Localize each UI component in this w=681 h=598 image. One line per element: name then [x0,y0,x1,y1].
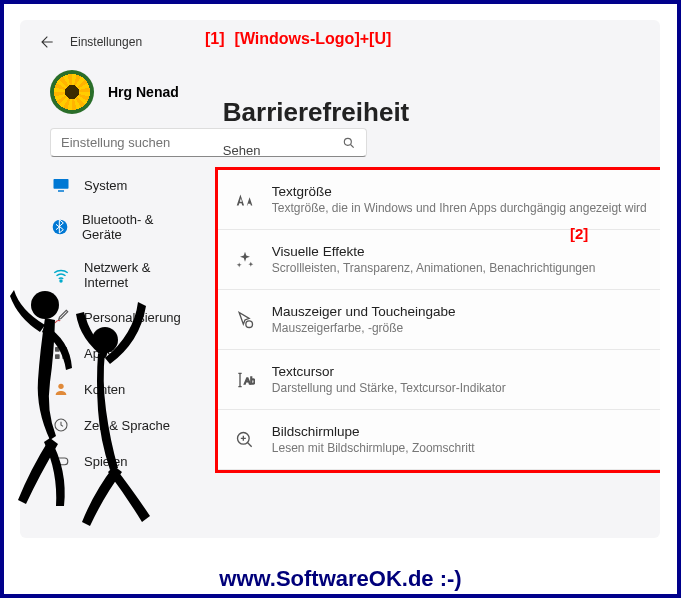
clock-icon [52,416,70,434]
settings-window: Einstellungen Hrg Nenad System Bluetooth… [20,20,660,538]
sidebar-item-label: Spielen [84,454,127,469]
footer-watermark: www.SoftwareOK.de :-) [0,566,681,592]
card-title: Textgröße [272,184,647,199]
card-title: Mauszeiger und Toucheingabe [272,304,456,319]
sidebar-item-label: System [84,178,127,193]
paint-icon [52,308,70,326]
display-icon [52,176,70,194]
cursor-icon [234,309,256,331]
sidebar-item-label: Apps [84,346,114,361]
card-visualeffects[interactable]: Visuelle Effekte Scrollleisten, Transpar… [218,230,660,290]
card-subtitle: Mauszeigerfarbe, -größe [272,321,456,335]
back-icon[interactable] [38,34,54,50]
magnifier-plus-icon [234,429,256,451]
sidebar-item-label: Personalisierung [84,310,181,325]
card-subtitle: Darstellung und Stärke, Textcursor-Indik… [272,381,506,395]
sidebar-item-label: Konten [84,382,125,397]
svg-rect-5 [55,347,60,352]
gamepad-icon [52,452,70,470]
card-subtitle: Lesen mit Bildschirmlupe, Zoomschritt [272,441,475,455]
sidebar-item-network[interactable]: Netzwerk & Internet [40,251,193,299]
sidebar-item-system[interactable]: System [40,167,193,203]
sidebar-item-time[interactable]: Zeit & Sprache [40,407,193,443]
avatar [50,70,94,114]
sidebar-item-apps[interactable]: Apps [40,335,193,371]
svg-rect-2 [58,190,64,192]
svg-rect-7 [55,354,60,359]
svg-point-0 [344,138,351,145]
annotation-shortcut: [1] [Windows-Logo]+[U] [205,30,391,48]
sidebar: System Bluetooth- & Geräte Netzwerk & In… [20,167,205,479]
sidebar-item-accounts[interactable]: Konten [40,371,193,407]
main-panel: Barrierefreiheit Sehen Textgröße Textgrö… [205,167,660,479]
card-title: Textcursor [272,364,506,379]
window-title: Einstellungen [70,35,142,49]
person-icon [52,380,70,398]
card-magnifier[interactable]: Bildschirmlupe Lesen mit Bildschirmlupe,… [218,410,660,470]
svg-point-12 [246,320,253,327]
svg-rect-11 [54,458,68,465]
page-title: Barrierefreiheit [223,97,409,128]
sparkle-icon [234,249,256,271]
sidebar-item-label: Netzwerk & Internet [84,260,181,290]
card-subtitle: Textgröße, die in Windows und Ihren Apps… [272,201,647,215]
cards-group: Textgröße Textgröße, die in Windows und … [215,167,660,473]
bluetooth-icon [52,218,68,236]
card-mousepointer[interactable]: Mauszeiger und Toucheingabe Mauszeigerfa… [218,290,660,350]
search-field[interactable] [61,135,342,150]
card-title: Bildschirmlupe [272,424,475,439]
card-textsize[interactable]: Textgröße Textgröße, die in Windows und … [218,170,660,230]
annotation-marker-2: [2] [570,225,588,242]
card-title: Visuelle Effekte [272,244,596,259]
svg-rect-1 [54,179,69,189]
section-label: Sehen [223,143,261,158]
card-subtitle: Scrollleisten, Transparenz, Animationen,… [272,261,596,275]
sidebar-item-bluetooth[interactable]: Bluetooth- & Geräte [40,203,193,251]
card-textcursor[interactable]: Ab Textcursor Darstellung und Stärke, Te… [218,350,660,410]
sidebar-item-label: Bluetooth- & Geräte [82,212,181,242]
search-icon [342,136,356,150]
wifi-icon [52,266,70,284]
sidebar-item-gaming[interactable]: Spielen [40,443,193,479]
svg-point-4 [60,280,62,282]
sidebar-item-label: Zeit & Sprache [84,418,170,433]
textsize-icon [234,189,256,211]
search-input[interactable] [50,128,367,157]
textcursor-icon: Ab [234,369,256,391]
svg-point-9 [58,384,63,389]
sidebar-item-personalization[interactable]: Personalisierung [40,299,193,335]
svg-rect-8 [62,354,67,359]
svg-text:Ab: Ab [244,376,255,386]
svg-rect-6 [62,347,67,352]
user-name: Hrg Nenad [108,84,179,100]
apps-icon [52,344,70,362]
